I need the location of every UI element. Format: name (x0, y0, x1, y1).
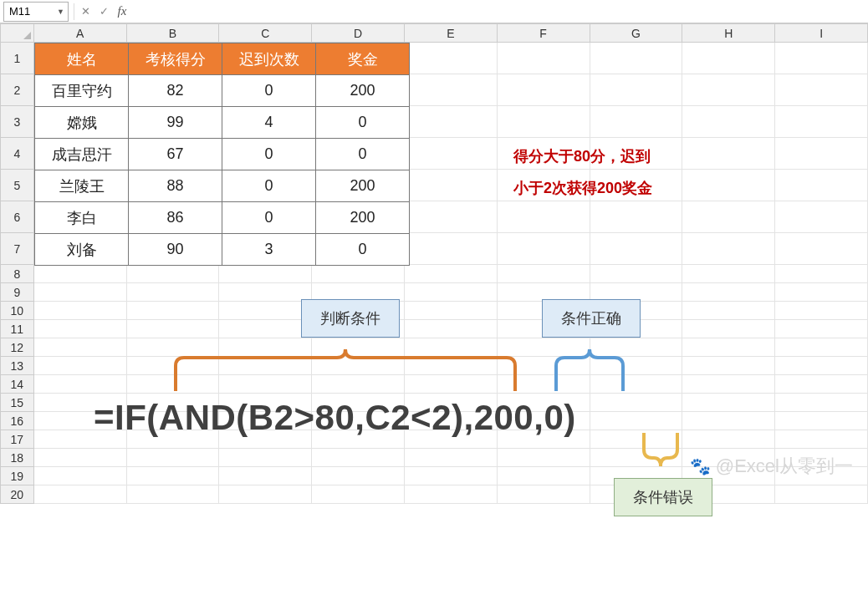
cell[interactable] (775, 138, 868, 170)
cell[interactable] (404, 43, 497, 74)
row-header-6[interactable]: 6 (1, 201, 34, 233)
cell[interactable] (33, 467, 126, 485)
cell[interactable] (775, 412, 868, 430)
cell[interactable] (590, 233, 682, 265)
cell[interactable] (312, 265, 405, 283)
name-box[interactable]: M11 ▼ (3, 2, 69, 22)
cell[interactable] (590, 412, 682, 430)
cell[interactable] (775, 43, 868, 74)
cell[interactable] (590, 201, 682, 233)
cell[interactable] (219, 485, 312, 504)
cell[interactable] (775, 170, 868, 201)
cell[interactable] (404, 138, 497, 170)
cell[interactable] (497, 43, 590, 74)
cell[interactable] (682, 233, 775, 265)
cell[interactable] (497, 485, 590, 504)
cell[interactable] (404, 106, 497, 138)
cell[interactable] (682, 283, 775, 302)
accept-icon[interactable]: ✓ (94, 3, 113, 21)
cell[interactable] (497, 201, 590, 233)
cell[interactable] (33, 449, 126, 467)
cell[interactable] (682, 430, 775, 449)
cell[interactable] (682, 375, 775, 394)
cell[interactable] (590, 394, 682, 412)
cell[interactable] (126, 467, 219, 485)
cell[interactable] (404, 265, 497, 283)
row-header-2[interactable]: 2 (1, 74, 34, 106)
col-header-H[interactable]: H (682, 24, 775, 43)
cell[interactable] (404, 449, 497, 467)
cell[interactable] (126, 302, 219, 320)
cell[interactable] (312, 467, 405, 485)
cell[interactable] (312, 485, 405, 504)
row-header-10[interactable]: 10 (1, 302, 34, 320)
cell[interactable] (775, 201, 868, 233)
cell[interactable] (775, 320, 868, 338)
cell[interactable] (404, 485, 497, 504)
cell[interactable] (33, 302, 126, 320)
cell[interactable] (312, 449, 405, 467)
cell[interactable] (219, 467, 312, 485)
spreadsheet-grid[interactable]: ABCDEFGHI1234567891011121314151617181920… (0, 23, 868, 504)
row-header-12[interactable]: 12 (1, 338, 34, 357)
cell[interactable] (33, 283, 126, 302)
cell[interactable] (775, 338, 868, 357)
col-header-D[interactable]: D (312, 24, 405, 43)
cell[interactable] (497, 265, 590, 283)
cell[interactable] (590, 265, 682, 283)
cell[interactable] (126, 449, 219, 467)
cell[interactable] (33, 338, 126, 357)
row-header-14[interactable]: 14 (1, 375, 34, 394)
cell[interactable] (219, 302, 312, 320)
cell[interactable] (33, 357, 126, 375)
cell[interactable] (126, 265, 219, 283)
cell[interactable] (404, 320, 497, 338)
cell[interactable] (404, 467, 497, 485)
formula-input[interactable] (131, 3, 868, 21)
row-header-17[interactable]: 17 (1, 430, 34, 449)
cell[interactable] (682, 338, 775, 357)
cell[interactable] (497, 106, 590, 138)
cell[interactable] (682, 320, 775, 338)
row-header-15[interactable]: 15 (1, 394, 34, 412)
cell[interactable] (775, 74, 868, 106)
cell[interactable] (682, 394, 775, 412)
cell[interactable] (775, 485, 868, 504)
cell[interactable] (404, 170, 497, 201)
row-header-19[interactable]: 19 (1, 467, 34, 485)
col-header-A[interactable]: A (33, 24, 126, 43)
cell[interactable] (682, 43, 775, 74)
row-header-11[interactable]: 11 (1, 320, 34, 338)
row-header-8[interactable]: 8 (1, 265, 34, 283)
cell[interactable] (775, 233, 868, 265)
cell[interactable] (775, 430, 868, 449)
cell[interactable] (775, 394, 868, 412)
cell[interactable] (590, 106, 682, 138)
row-header-16[interactable]: 16 (1, 412, 34, 430)
cell[interactable] (775, 302, 868, 320)
cell[interactable] (682, 138, 775, 170)
row-header-1[interactable]: 1 (1, 43, 34, 74)
row-header-5[interactable]: 5 (1, 170, 34, 201)
cell[interactable] (33, 320, 126, 338)
fx-icon[interactable]: fx (113, 3, 131, 21)
cell[interactable] (126, 320, 219, 338)
cell[interactable] (682, 74, 775, 106)
cell[interactable] (775, 357, 868, 375)
cell[interactable] (682, 357, 775, 375)
cell[interactable] (497, 74, 590, 106)
cell[interactable] (682, 412, 775, 430)
cell[interactable] (497, 467, 590, 485)
cell[interactable] (219, 283, 312, 302)
cell[interactable] (775, 283, 868, 302)
cell[interactable] (404, 74, 497, 106)
cancel-icon[interactable]: ✕ (76, 3, 94, 21)
cell[interactable] (404, 283, 497, 302)
cell[interactable] (404, 201, 497, 233)
cell[interactable] (497, 233, 590, 265)
cell[interactable] (126, 485, 219, 504)
row-header-9[interactable]: 9 (1, 283, 34, 302)
cell[interactable] (682, 170, 775, 201)
cell[interactable] (682, 106, 775, 138)
row-header-4[interactable]: 4 (1, 138, 34, 170)
